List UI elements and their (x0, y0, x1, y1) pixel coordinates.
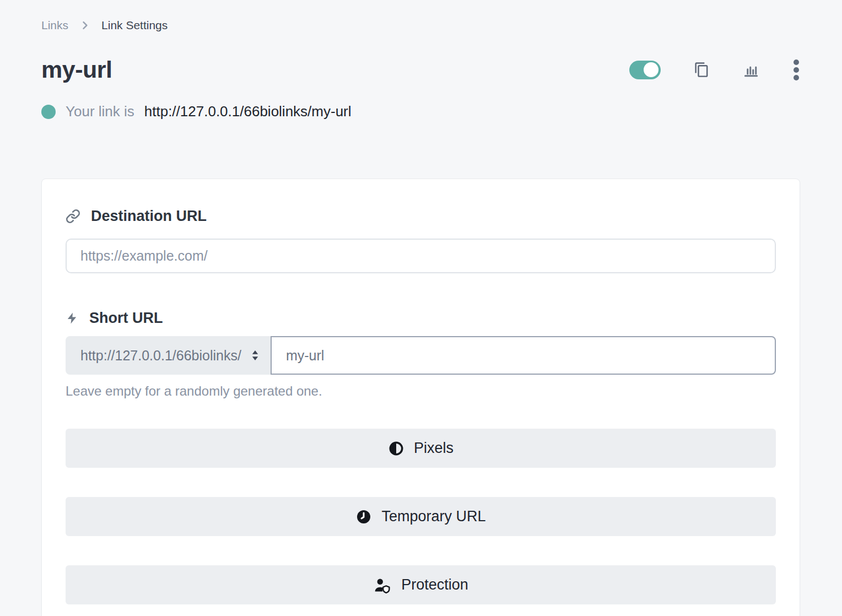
page-title: my-url (41, 56, 112, 83)
protection-section-button[interactable]: Protection (66, 565, 776, 604)
status-dot-icon (41, 105, 56, 119)
toggle-knob (644, 62, 659, 77)
domain-select[interactable]: http://127.0.0.1/66biolinks/ (66, 336, 271, 375)
more-options-button[interactable] (792, 58, 800, 82)
short-link-url[interactable]: http://127.0.0.1/66biolinks/my-url (144, 103, 352, 120)
link-status-row: Your link is http://127.0.0.1/66biolinks… (41, 103, 800, 120)
destination-url-label: Destination URL (91, 208, 207, 225)
clock-icon (355, 509, 372, 525)
pixels-button-label: Pixels (414, 440, 454, 457)
breadcrumb-links[interactable]: Links (41, 19, 68, 32)
page-header: my-url (41, 56, 800, 83)
user-shield-icon (373, 576, 392, 594)
short-url-section: Short URL http://127.0.0.1/66biolinks/ L… (66, 309, 776, 399)
copy-icon (694, 62, 710, 78)
breadcrumb-link-settings: Link Settings (101, 19, 168, 32)
breadcrumb: Links Link Settings (41, 18, 800, 33)
short-url-input-group: http://127.0.0.1/66biolinks/ (66, 336, 776, 375)
bar-chart-icon (743, 62, 759, 78)
link-icon (66, 209, 80, 224)
status-prefix: Your link is (66, 103, 134, 120)
domain-select-value: http://127.0.0.1/66biolinks/ (80, 348, 241, 364)
link-settings-card: Destination URL Short URL http://127.0.0… (41, 179, 800, 616)
header-controls (629, 58, 800, 82)
temporary-url-button-label: Temporary URL (381, 508, 485, 525)
statistics-button[interactable] (743, 62, 759, 78)
destination-url-input[interactable] (66, 239, 776, 273)
contrast-icon (388, 440, 404, 457)
link-settings-page: Links Link Settings my-url (0, 0, 842, 616)
chevron-right-icon (79, 20, 90, 31)
pixels-section-button[interactable]: Pixels (66, 429, 776, 468)
short-url-helper: Leave empty for a randomly generated one… (66, 383, 776, 399)
sort-arrows-icon (250, 349, 261, 362)
temporary-url-section-button[interactable]: Temporary URL (66, 497, 776, 536)
short-url-input[interactable] (271, 336, 776, 375)
copy-link-button[interactable] (694, 62, 710, 78)
kebab-menu-icon (792, 58, 800, 82)
destination-url-label-row: Destination URL (66, 207, 776, 225)
protection-button-label: Protection (401, 576, 468, 593)
short-url-label: Short URL (89, 310, 163, 327)
short-url-label-row: Short URL (66, 309, 776, 327)
bolt-icon (66, 311, 79, 326)
link-enabled-toggle[interactable] (629, 61, 661, 79)
